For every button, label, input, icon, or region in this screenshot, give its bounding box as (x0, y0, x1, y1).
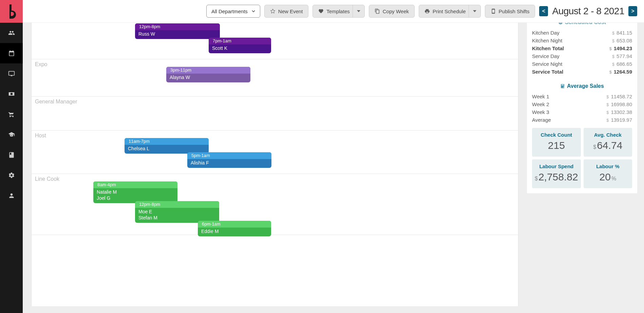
cost-value: $ 686.65 (612, 61, 632, 67)
side-nav (0, 0, 23, 313)
publish-shifts-label: Publish Shifts (499, 8, 530, 14)
templates-label: Templates (326, 8, 349, 14)
next-week-button[interactable]: > (628, 6, 637, 16)
copy-week-button[interactable]: Copy Week (369, 5, 415, 18)
brand-logo[interactable] (0, 0, 23, 23)
date-range-label: August 2 - 8 2021 (552, 6, 624, 17)
nav-settings[interactable] (0, 165, 23, 185)
shift-block[interactable]: 11am-7pmChelsea L (125, 138, 209, 154)
shift-time: 5pm-1am (187, 152, 271, 159)
schedule-column: Bartender12pm-8pmRuss W7pm-1amScott KExp… (23, 23, 527, 313)
dollar-icon (558, 23, 563, 25)
role-section[interactable]: Expo3pm-11pmAlayna W (32, 59, 518, 97)
prev-week-button[interactable]: < (539, 6, 548, 16)
role-section[interactable]: Line Cook8am-4pmNatalie MJoel G12pm-8pmM… (32, 174, 518, 235)
shift-employees: Eddie M (198, 228, 271, 236)
tile-avg-check: Avg. Check $64.74 (584, 128, 632, 157)
nav-education[interactable] (0, 124, 23, 145)
shift-time: 12pm-8pm (135, 23, 220, 30)
shift-time: 7pm-1am (209, 38, 271, 44)
shift-time: 6pm-1am (198, 221, 271, 228)
shift-block[interactable]: 12pm-8pmMoe EStefan M (135, 201, 219, 223)
role-section[interactable]: General Manager (32, 97, 518, 131)
avg-value: $ 16998.80 (607, 101, 632, 107)
heart-icon (318, 8, 324, 14)
nav-calendar[interactable] (0, 43, 23, 63)
cost-label: Kitchen Night (532, 38, 562, 43)
print-schedule-button[interactable]: Print Schedule (419, 5, 481, 18)
cost-row: Kitchen Night $ 653.08 (532, 37, 632, 44)
shift-block[interactable]: 6pm-1amEddie M (198, 221, 271, 236)
copy-icon (375, 8, 380, 14)
tile-value: 215 (548, 140, 565, 151)
cost-value: $ 841.15 (612, 30, 632, 36)
nav-book[interactable] (0, 145, 23, 165)
cost-value: $ 577.94 (612, 53, 632, 59)
tile-value: 2,758.82 (538, 171, 578, 183)
tile-label: Check Count (535, 132, 578, 138)
shift-block[interactable]: 3pm-11pmAlayna W (166, 67, 250, 82)
avg-label: Average (532, 117, 551, 123)
nav-cart[interactable] (0, 104, 23, 124)
avg-sales-row: Week 3 $ 13302.38 (532, 108, 632, 116)
shift-block[interactable]: 12pm-8pmRuss W (135, 23, 220, 39)
print-dropdown-toggle[interactable] (469, 5, 480, 17)
avg-sales-title-text: Average Sales (567, 83, 604, 89)
tile-label: Labour % (586, 163, 629, 169)
shift-time: 11am-7pm (125, 138, 209, 145)
shift-block[interactable]: 8am-4pmNatalie MJoel G (93, 181, 177, 203)
role-section[interactable]: Host11am-7pmChelsea L5pm-1amAlishia F (32, 131, 518, 174)
cost-value: $ 1264.59 (609, 69, 632, 75)
stats-sidebar: Scheduled Cost Kitchen Day $ 841.15Kitch… (527, 23, 644, 313)
new-event-label: New Event (278, 8, 303, 14)
shift-block[interactable]: 5pm-1amAlishia F (187, 152, 271, 168)
tile-check-count: Check Count 215 (532, 128, 581, 157)
shift-time: 3pm-11pm (166, 67, 250, 74)
role-label: General Manager (35, 99, 77, 105)
shift-employees: Alayna W (166, 74, 250, 82)
cost-label: Kitchen Day (532, 30, 560, 36)
shift-block[interactable]: 7pm-1amScott K (209, 38, 271, 53)
star-icon (270, 8, 276, 14)
nav-display[interactable] (0, 63, 23, 84)
currency-symbol: $ (535, 176, 538, 182)
nav-user[interactable] (0, 185, 23, 206)
department-select[interactable]: All Departments (206, 5, 260, 18)
avg-label: Week 2 (532, 101, 549, 107)
shift-employees: Alishia F (187, 159, 271, 168)
avg-value: $ 13302.38 (607, 109, 632, 115)
avg-value: $ 13919.97 (607, 117, 632, 123)
scheduled-cost-title-text: Scheduled Cost (565, 23, 606, 25)
nav-people[interactable] (0, 23, 23, 43)
mobile-icon (491, 8, 496, 14)
cost-row: Service Day $ 577.94 (532, 52, 632, 60)
cost-value: $ 1494.23 (609, 45, 632, 51)
main-content: Bartender12pm-8pmRuss W7pm-1amScott KExp… (23, 23, 644, 313)
cost-label: Service Total (532, 69, 563, 75)
schedule-canvas[interactable]: Bartender12pm-8pmRuss W7pm-1amScott KExp… (31, 23, 518, 306)
shift-time: 8am-4pm (93, 181, 177, 188)
cost-row: Service Total $ 1264.59 (532, 68, 632, 76)
templates-dropdown-toggle[interactable] (353, 5, 364, 17)
role-section[interactable]: Bartender12pm-8pmRuss W7pm-1amScott K (32, 23, 518, 59)
tile-label: Labour Spend (535, 163, 578, 169)
avg-label: Week 1 (532, 94, 549, 99)
currency-symbol: $ (593, 144, 596, 150)
avg-label: Week 3 (532, 109, 549, 115)
role-label: Bartender (35, 23, 59, 24)
chevron-down-icon (252, 9, 255, 13)
cost-label: Service Day (532, 53, 560, 59)
caret-down-icon (357, 10, 360, 12)
templates-button[interactable]: Templates (312, 5, 364, 18)
percent-symbol: % (611, 176, 616, 182)
new-event-button[interactable]: New Event (264, 5, 309, 18)
print-icon (424, 8, 430, 14)
avg-sales-list: Week 1 $ 11458.72Week 2 $ 16998.80Week 3… (532, 93, 632, 124)
tile-labour-spend: Labour Spend $2,758.82 (532, 159, 581, 188)
caret-down-icon (473, 10, 476, 12)
avg-sales-row: Week 2 $ 16998.80 (532, 100, 632, 108)
tile-value: 20 (600, 171, 611, 183)
scheduled-cost-card: Scheduled Cost Kitchen Day $ 841.15Kitch… (527, 23, 637, 193)
nav-money[interactable] (0, 84, 23, 104)
publish-shifts-button[interactable]: Publish Shifts (485, 5, 535, 18)
